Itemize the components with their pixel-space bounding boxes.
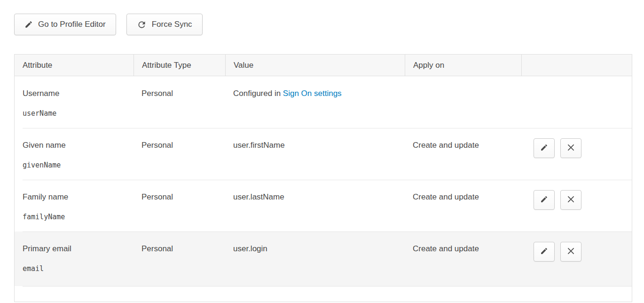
actions-cell: [521, 180, 632, 231]
attribute-cell: Family name familyName: [15, 180, 134, 231]
attribute-label: Family name: [23, 192, 129, 202]
edit-button[interactable]: [534, 242, 555, 262]
pencil-icon: [540, 195, 548, 205]
edit-button[interactable]: [534, 138, 555, 158]
attribute-code: givenName: [23, 161, 129, 170]
column-header-attribute: Attribute: [15, 55, 134, 76]
attribute-code: userName: [23, 109, 129, 118]
apply-on-cell: Create and update: [405, 128, 521, 180]
actions-cell: [521, 231, 632, 286]
table-row-primary-email: Primary email email Personal user.login …: [15, 231, 632, 286]
remove-button[interactable]: [560, 190, 581, 210]
table-row-partial: [15, 286, 632, 302]
attribute-code: email: [23, 264, 129, 273]
value-text: Configured in: [233, 89, 281, 98]
attribute-code: familyName: [23, 213, 129, 222]
column-header-attribute-type: Attribute Type: [134, 55, 225, 76]
table-row-username: Username userName Personal Configured in…: [15, 76, 632, 128]
go-to-profile-editor-button[interactable]: Go to Profile Editor: [14, 14, 116, 35]
close-icon: [567, 196, 574, 204]
edit-button[interactable]: [534, 190, 555, 210]
attribute-type-cell: Personal: [134, 128, 225, 180]
go-to-profile-editor-label: Go to Profile Editor: [38, 20, 106, 29]
value-cell: Configured in Sign On settings: [225, 76, 405, 128]
value-cell: user.firstName: [225, 128, 405, 180]
apply-on-cell: Create and update: [405, 180, 521, 231]
close-icon: [567, 144, 574, 152]
force-sync-button[interactable]: Force Sync: [126, 14, 203, 35]
apply-on-cell: [405, 76, 521, 128]
column-header-actions: [521, 55, 632, 76]
remove-button[interactable]: [560, 242, 581, 262]
attribute-label: Given name: [23, 140, 129, 150]
attribute-type-cell: Personal: [134, 180, 225, 231]
attribute-cell: Username userName: [15, 76, 134, 128]
attribute-label: Username: [23, 88, 129, 98]
table-header-row: Attribute Attribute Type Value Apply on: [15, 55, 632, 76]
table-row-family-name: Family name familyName Personal user.las…: [15, 180, 632, 231]
value-cell: user.login: [225, 231, 405, 286]
toolbar: Go to Profile Editor Force Sync: [14, 14, 630, 35]
refresh-icon: [137, 20, 147, 30]
column-header-apply-on: Apply on: [405, 55, 521, 76]
apply-on-cell: Create and update: [405, 231, 521, 286]
pencil-icon: [24, 20, 33, 29]
actions-cell: [521, 76, 632, 128]
actions-cell: [521, 128, 632, 180]
pencil-icon: [540, 247, 548, 256]
remove-button[interactable]: [560, 138, 581, 158]
value-cell: user.lastName: [225, 180, 405, 231]
attribute-mappings-table: Attribute Attribute Type Value Apply on …: [14, 54, 632, 302]
pencil-icon: [540, 144, 548, 153]
attribute-cell: Given name givenName: [15, 128, 134, 180]
close-icon: [567, 247, 574, 256]
attribute-label: Primary email: [23, 244, 129, 254]
sign-on-settings-link[interactable]: Sign On settings: [283, 89, 342, 98]
table-row-given-name: Given name givenName Personal user.first…: [15, 128, 632, 180]
attribute-type-cell: Personal: [134, 231, 225, 286]
attribute-type-cell: Personal: [134, 76, 225, 128]
force-sync-label: Force Sync: [152, 20, 192, 29]
attribute-cell: Primary email email: [15, 231, 134, 286]
column-header-value: Value: [225, 55, 405, 76]
